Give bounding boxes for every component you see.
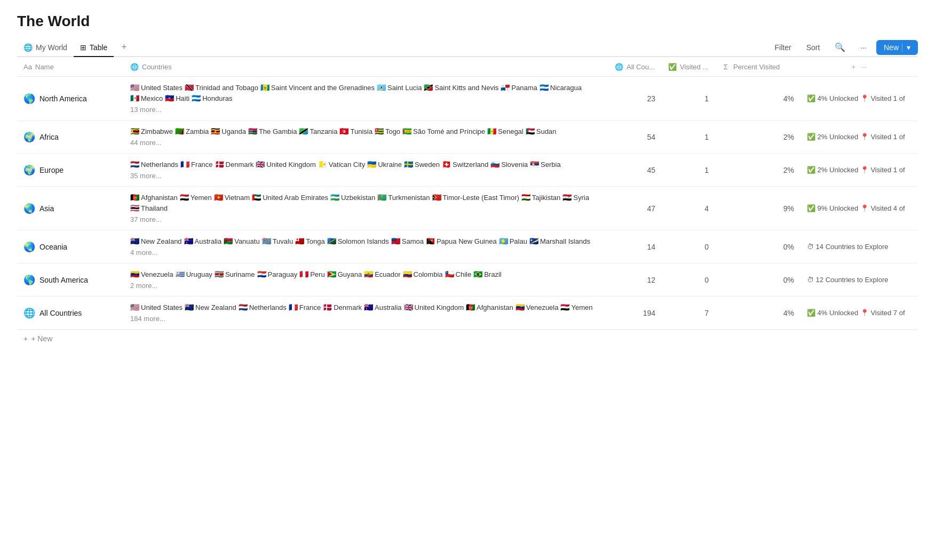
country-tag: 🇾🇪Yemen	[560, 303, 592, 311]
new-button[interactable]: New ▾	[876, 40, 918, 55]
add-row-button[interactable]: + + New	[17, 330, 918, 347]
more-countries-link-europe[interactable]: 35 more...	[130, 172, 602, 180]
country-tag: 🇺🇬Uganda	[211, 127, 246, 135]
row-visited-africa: 1	[662, 121, 715, 153]
tab-my-world[interactable]: 🌐My World	[17, 39, 74, 57]
row-stats-europe: ✅ 2% Unlocked 📍 Visited 1 of	[801, 154, 918, 186]
country-tag: 🇳🇮Nicaragua	[540, 83, 582, 92]
flag-icon: 🇭🇳	[192, 94, 201, 102]
flag-icon: 🇺🇸	[130, 303, 139, 311]
country-name: Venezuela	[141, 270, 173, 278]
more-countries-link-asia[interactable]: 37 more...	[130, 215, 602, 223]
more-countries-link-all-countries[interactable]: 184 more...	[130, 315, 602, 323]
flag-icon: 🇵🇬	[426, 237, 435, 245]
row-percent-all-countries: 4%	[715, 297, 801, 329]
country-tag: 🇿🇼Zimbabwe	[130, 127, 173, 135]
flag-icon: 🇹🇲	[377, 193, 386, 202]
tab-icon-table: ⊞	[80, 43, 86, 52]
country-name: Chile	[456, 270, 472, 278]
row-percent-europe: 2%	[715, 154, 801, 186]
th-more-icon[interactable]: ···	[861, 63, 867, 71]
country-name: Tunisia	[350, 127, 372, 135]
country-name: Trinidad and Tobago	[195, 84, 258, 92]
country-name: Vietnam	[225, 194, 250, 202]
more-countries-link-south-america[interactable]: 2 more...	[130, 282, 602, 290]
country-name: Vanuatu	[234, 237, 259, 245]
country-name: Brazil	[484, 270, 502, 278]
row-count-africa: 54	[608, 121, 662, 153]
flag-icon: 🇸🇪	[404, 160, 413, 169]
th-label-visited: Visited ...	[680, 63, 708, 71]
new-button-arrow[interactable]: ▾	[902, 43, 910, 52]
flag-icon: 🇻🇦	[318, 160, 327, 169]
flag-icon: 🇵🇦	[501, 83, 510, 92]
country-tag: 🇵🇾Paraguay	[257, 270, 298, 278]
row-visited-oceania: 0	[662, 230, 715, 263]
th-stats[interactable]: +···	[801, 60, 918, 73]
row-visited-asia: 4	[662, 187, 715, 230]
table-body: 🌎North America🇺🇸United States 🇹🇹Trinidad…	[17, 77, 918, 330]
country-name: Timor-Leste (East Timor)	[443, 194, 519, 202]
flag-icon: 🇲🇭	[529, 237, 538, 245]
row-percent-north-america: 4%	[715, 77, 801, 120]
country-name: Denmark	[226, 161, 254, 169]
region-label-europe: Europe	[39, 166, 64, 174]
more-options-button[interactable]: ···	[855, 41, 872, 54]
more-countries-link-oceania[interactable]: 4 more...	[130, 249, 602, 257]
add-tab-button[interactable]: +	[116, 38, 132, 56]
country-tag: 🇭🇹Haiti	[165, 94, 189, 102]
th-add-icon[interactable]: +	[852, 63, 856, 71]
region-icon-north-america: 🌎	[23, 93, 35, 105]
flag-icon: 🇻🇳	[214, 193, 223, 202]
flag-icon: 🇻🇺	[224, 237, 233, 245]
row-stats-oceania: ⏱ 14 Countries to Explore	[801, 230, 918, 263]
country-tag: 🇨🇴Colombia	[403, 270, 443, 278]
country-tag: 🇾🇪Yemen	[180, 193, 212, 202]
country-name: Panama	[511, 84, 537, 92]
more-countries-link-north-america[interactable]: 13 more...	[130, 106, 602, 114]
flag-icon: 🇱🇨	[377, 83, 386, 92]
search-button[interactable]: 🔍	[829, 39, 851, 55]
country-name: Australia	[375, 303, 402, 311]
flag-icon: 🇦🇫	[466, 303, 475, 311]
toolbar-right: Filter Sort 🔍 ··· New ▾	[770, 39, 918, 55]
tab-table[interactable]: ⊞Table	[74, 39, 114, 57]
country-tag: 🇬🇧United Kingdom	[404, 303, 464, 311]
region-label-south-america: South America	[39, 276, 88, 284]
flag-icon: 🇨🇱	[445, 270, 454, 278]
sort-button[interactable]: Sort	[801, 41, 826, 54]
flag-icon: 🇩🇰	[215, 160, 224, 169]
row-countries-africa: 🇿🇼Zimbabwe 🇿🇲Zambia 🇺🇬Uganda 🇬🇲The Gambi…	[124, 121, 608, 153]
row-count-oceania: 14	[608, 230, 662, 263]
th-percent: ΣPercent Visited	[715, 60, 801, 73]
flag-icon: 🇹🇭	[130, 204, 139, 212]
flag-icon: 🇧🇷	[473, 270, 482, 278]
flag-icon: 🇵🇾	[257, 270, 266, 278]
country-name: Suriname	[225, 270, 255, 278]
page-container: The World 🌐My World⊞Table + Filter Sort …	[0, 0, 935, 360]
flag-icon: 🇸🇹	[402, 127, 411, 135]
toolbar: 🌐My World⊞Table + Filter Sort 🔍 ··· New …	[17, 38, 918, 57]
table-header: AaName🌐Countries🌐All Cou...✅Visited ...Σ…	[17, 57, 918, 77]
country-tag: 🇹🇲Turkmenistan	[377, 193, 430, 202]
row-count-south-america: 12	[608, 263, 662, 296]
country-tag: 🇳🇿New Zealand	[185, 303, 236, 311]
flag-icon: 🇦🇺	[364, 303, 373, 311]
country-tag: 🇸🇹São Tomé and Príncipe	[402, 127, 485, 135]
country-tag: 🇨🇱Chile	[445, 270, 472, 278]
filter-button[interactable]: Filter	[770, 41, 797, 54]
country-tag: 🇹🇴Tonga	[295, 237, 324, 245]
flag-icon: 🇹🇻	[262, 237, 271, 245]
more-countries-link-africa[interactable]: 44 more...	[130, 139, 602, 147]
country-tag: 🇿🇲Zambia	[175, 127, 209, 135]
country-name: Togo	[385, 127, 400, 135]
region-icon-asia: 🌏	[23, 203, 35, 214]
row-countries-north-america: 🇺🇸United States 🇹🇹Trinidad and Tobago 🇻🇨…	[124, 77, 608, 120]
flag-icon: 🇨🇴	[403, 270, 412, 278]
flag-icon: 🇸🇷	[215, 270, 224, 278]
flag-icon: 🇭🇹	[165, 94, 174, 102]
country-name: Senegal	[498, 127, 524, 135]
flag-icon: 🇺🇸	[130, 83, 139, 92]
country-tag: 🇹🇱Timor-Leste (East Timor)	[432, 193, 519, 202]
country-tag: 🇵🇬Papua New Guinea	[426, 237, 497, 245]
